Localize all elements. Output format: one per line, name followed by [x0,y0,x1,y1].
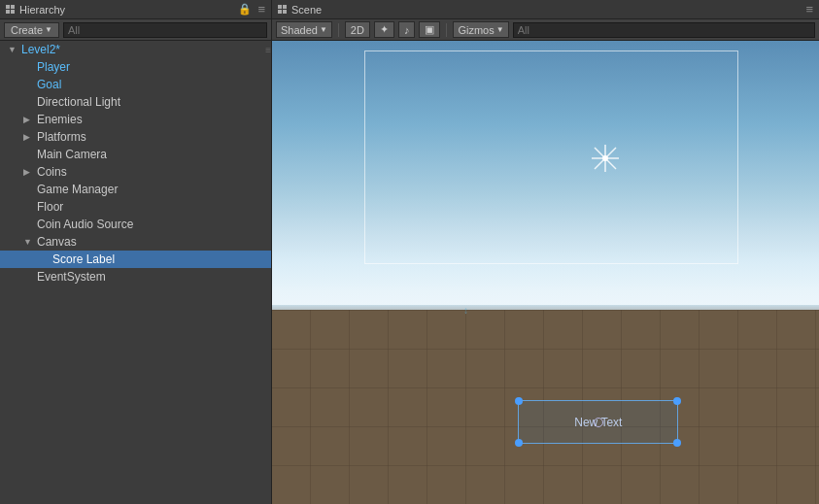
hierarchy-item-player[interactable]: Player [0,58,271,76]
item-label: Player [37,60,70,74]
hierarchy-item-event-system[interactable]: EventSystem [0,268,271,286]
lock-icon: 🔒 [238,3,252,16]
item-label: Enemies [37,113,83,126]
hierarchy-item-directional-light[interactable]: Directional Light [0,93,271,111]
scene-tab-header: Scene ≡ [272,0,819,19]
move-widget [590,143,621,174]
image-icon: ▣ [425,23,434,36]
hierarchy-item-main-camera[interactable]: Main Camera [0,146,271,163]
item-label: Directional Light [37,95,120,109]
create-button[interactable]: Create ▼ [4,22,59,38]
hierarchy-menu-icon[interactable]: ≡ [257,2,265,17]
item-label: Floor [37,200,63,214]
hierarchy-item-platforms[interactable]: ▶ Platforms [0,128,271,146]
hierarchy-item-canvas[interactable]: ▼ Canvas [0,233,271,251]
scene-viewport[interactable]: ↕ New Text [272,41,819,504]
hierarchy-title: Hierarchy [19,4,65,16]
hierarchy-item-coins[interactable]: ▶ Coins [0,163,271,181]
item-label: Coin Audio Source [37,218,133,231]
hierarchy-item-enemies[interactable]: ▶ Enemies [0,111,271,128]
hierarchy-item-goal[interactable]: Goal [0,76,271,93]
audio-icon: ♪ [404,24,410,36]
handle-top-left[interactable] [515,397,523,405]
axis-marker: ↕ [463,305,468,316]
scene-sky [272,41,819,319]
hierarchy-item-coin-audio-source[interactable]: Coin Audio Source [0,216,271,233]
toolbar-separator [338,23,339,37]
item-label: EventSystem [37,270,106,284]
item-label: Level2* [21,43,60,56]
hierarchy-item-game-manager[interactable]: Game Manager [0,181,271,198]
hierarchy-tab-header: Hierarchy 🔒 ≡ [0,0,271,19]
hierarchy-item-level2[interactable]: ▼ Level2* ≡ [0,41,271,58]
2d-button[interactable]: 2D [345,21,370,38]
hierarchy-item-menu[interactable]: ≡ [265,45,271,55]
item-label: Goal [37,78,61,91]
sun-icon: ✦ [380,23,389,36]
item-label: Game Manager [37,183,118,196]
item-label: Platforms [37,130,86,144]
image-button[interactable]: ▣ [419,21,440,38]
svg-point-4 [602,155,608,161]
hierarchy-panel: Hierarchy 🔒 ≡ Create ▼ ▼ Level2* ≡ [0,0,272,504]
scene-search-input[interactable] [513,22,815,38]
hierarchy-toolbar: Create ▼ [0,19,271,41]
sun-button[interactable]: ✦ [374,21,394,38]
gizmos-dropdown-arrow-icon: ▼ [496,25,504,34]
dropdown-arrow-icon: ▼ [320,25,327,34]
scene-toolbar: Shaded ▼ 2D ✦ ♪ ▣ Gizmos ▼ [272,19,819,41]
audio-button[interactable]: ♪ [398,21,416,38]
item-label: Canvas [37,235,77,249]
item-label: Coins [37,165,67,179]
item-label: Main Camera [37,148,107,161]
arrow-icon: ▼ [8,45,19,54]
item-label: Score Label [52,252,115,266]
shaded-dropdown[interactable]: Shaded ▼ [276,21,332,38]
toolbar-separator-2 [446,23,447,37]
text-element[interactable]: New Text [518,400,678,444]
hierarchy-item-floor[interactable]: Floor [0,198,271,216]
create-dropdown-arrow: ▼ [45,25,52,34]
scene-menu-icon[interactable]: ≡ [805,2,813,17]
pivot-handle[interactable] [594,418,603,427]
hierarchy-list: ▼ Level2* ≡ Player Goal Directional Ligh… [0,41,271,504]
scene-panel: Scene ≡ Shaded ▼ 2D ✦ ♪ ▣ [272,0,819,504]
hierarchy-search-input[interactable] [63,22,267,38]
hierarchy-item-score-label[interactable]: Score Label [0,251,271,268]
gizmos-dropdown[interactable]: Gizmos ▼ [453,21,508,38]
scene-title: Scene [291,4,322,16]
